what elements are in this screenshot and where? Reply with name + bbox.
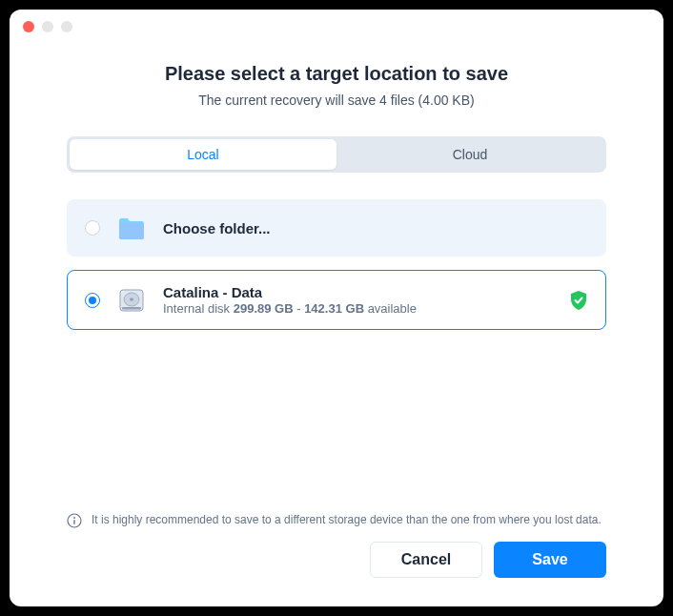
disk-details: Internal disk 299.89 GB - 142.31 GB avai… bbox=[163, 301, 552, 316]
tab-local[interactable]: Local bbox=[70, 139, 336, 170]
window-close-button[interactable] bbox=[23, 21, 34, 32]
option-choose-folder[interactable]: Choose folder... bbox=[67, 199, 606, 257]
page-subtitle: The current recovery will save 4 files (… bbox=[48, 92, 625, 108]
svg-rect-3 bbox=[122, 307, 141, 310]
info-text: It is highly recommended to save to a di… bbox=[92, 512, 602, 528]
folder-icon bbox=[117, 214, 146, 242]
location-options: Choose folder... Catalina - Data bbox=[67, 199, 606, 330]
header: Please select a target location to save … bbox=[10, 44, 663, 117]
footer: Cancel Save bbox=[10, 542, 663, 606]
dialog-window: Please select a target location to save … bbox=[10, 10, 663, 606]
option-label: Choose folder... bbox=[163, 220, 588, 236]
titlebar bbox=[10, 10, 663, 44]
svg-point-5 bbox=[73, 517, 75, 519]
window-minimize-button[interactable] bbox=[42, 21, 53, 32]
svg-point-2 bbox=[130, 298, 133, 301]
verified-shield-icon bbox=[569, 291, 588, 310]
internal-disk-icon bbox=[117, 286, 146, 315]
disk-name: Catalina - Data bbox=[163, 284, 552, 300]
content: Local Cloud Choose folder... bbox=[10, 117, 663, 506]
page-title: Please select a target location to save bbox=[48, 63, 625, 85]
radio-disk-catalina[interactable] bbox=[85, 293, 100, 308]
info-icon bbox=[67, 513, 82, 528]
tab-cloud[interactable]: Cloud bbox=[336, 139, 603, 170]
window-zoom-button[interactable] bbox=[61, 21, 72, 32]
svg-rect-6 bbox=[73, 520, 74, 524]
radio-choose-folder[interactable] bbox=[85, 220, 100, 236]
cancel-button[interactable]: Cancel bbox=[370, 542, 482, 578]
info-note: It is highly recommended to save to a di… bbox=[10, 506, 663, 542]
location-tabs: Local Cloud bbox=[67, 136, 606, 173]
option-disk-catalina[interactable]: Catalina - Data Internal disk 299.89 GB … bbox=[67, 270, 606, 330]
save-button[interactable]: Save bbox=[494, 542, 606, 578]
